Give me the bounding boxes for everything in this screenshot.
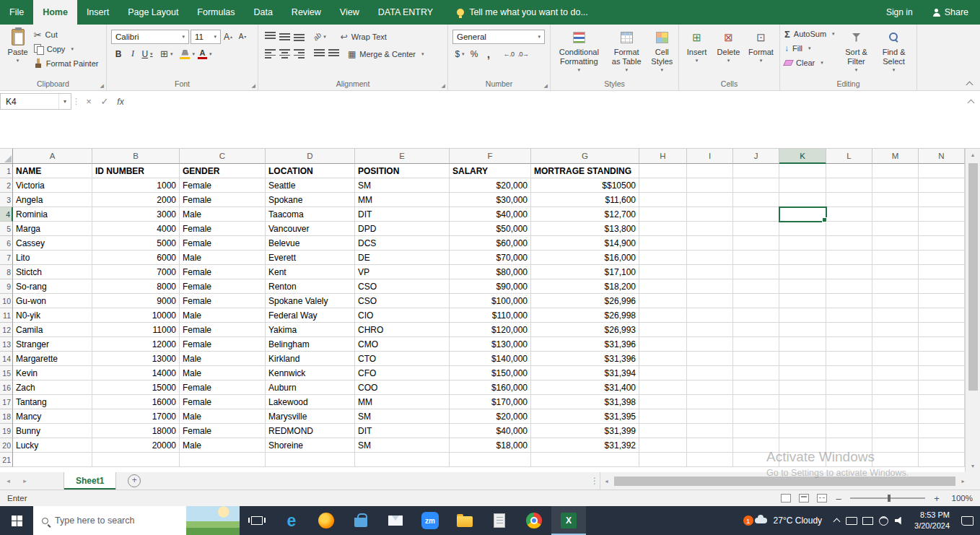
cell-A13[interactable]: Stranger: [13, 337, 92, 352]
cell-B11[interactable]: 10000: [92, 308, 180, 323]
cell-A1[interactable]: NAME: [13, 164, 92, 178]
cell-B10[interactable]: 9000: [92, 294, 180, 308]
alignment-dialog-launcher[interactable]: [442, 83, 445, 88]
cell-A7[interactable]: Lito: [13, 251, 92, 265]
network-icon[interactable]: [875, 506, 891, 535]
horizontal-scrollbar[interactable]: [600, 472, 969, 490]
cell-D2[interactable]: Seattle: [266, 178, 355, 193]
cell-D17[interactable]: Lakewood: [266, 395, 355, 409]
cell-M17[interactable]: [872, 395, 919, 409]
cell-F11[interactable]: $110,000: [450, 308, 531, 323]
share-button[interactable]: Share: [933, 7, 968, 17]
cell-I19[interactable]: [687, 424, 733, 438]
cell-K21[interactable]: [779, 453, 826, 467]
page-break-view-button[interactable]: [817, 494, 827, 503]
cell-G11[interactable]: $26,998: [531, 308, 639, 323]
cell-C10[interactable]: Female: [180, 294, 266, 308]
cell-I4[interactable]: [687, 207, 733, 222]
ribbon-tab-data-entry[interactable]: DATA ENTRY: [369, 0, 442, 25]
cell-J1[interactable]: [733, 164, 779, 178]
cell-N8[interactable]: [919, 265, 965, 279]
cell-B15[interactable]: 14000: [92, 366, 180, 380]
cell-H12[interactable]: [639, 323, 687, 337]
taskbar-search[interactable]: Type here to search: [33, 506, 240, 535]
cell-N7[interactable]: [919, 251, 965, 265]
cell-A17[interactable]: Tantang: [13, 395, 92, 409]
column-header-D[interactable]: D: [266, 149, 355, 164]
bold-button[interactable]: B: [111, 47, 126, 61]
cell-M5[interactable]: [872, 222, 919, 236]
cell-A6[interactable]: Cassey: [13, 236, 92, 251]
cell-L14[interactable]: [826, 352, 872, 366]
enter-button[interactable]: ✓: [97, 93, 113, 110]
cell-B8[interactable]: 7000: [92, 265, 180, 279]
cell-F7[interactable]: $70,000: [450, 251, 531, 265]
cell-N5[interactable]: [919, 222, 965, 236]
percent-style-button[interactable]: %: [467, 47, 481, 61]
cell-D16[interactable]: Auburn: [266, 380, 355, 395]
cell-M6[interactable]: [872, 236, 919, 251]
cell-E7[interactable]: DE: [355, 251, 450, 265]
fill-color-button[interactable]: [178, 47, 196, 61]
cell-A11[interactable]: N0-yik: [13, 308, 92, 323]
row-header-9[interactable]: 9: [0, 279, 13, 294]
zoom-in-button[interactable]: [933, 493, 940, 504]
cell-M13[interactable]: [872, 337, 919, 352]
cell-E6[interactable]: DCS: [355, 236, 450, 251]
cell-N17[interactable]: [919, 395, 965, 409]
cell-D4[interactable]: Taacoma: [266, 207, 355, 222]
comma-style-button[interactable]: ,: [481, 47, 496, 61]
cell-C14[interactable]: Male: [180, 352, 266, 366]
cell-G7[interactable]: $16,000: [531, 251, 639, 265]
cell-K6[interactable]: [779, 236, 826, 251]
taskbar-clock[interactable]: 8:53 PM 3/20/2024: [907, 510, 957, 531]
cell-K2[interactable]: [779, 178, 826, 193]
cell-L20[interactable]: [826, 438, 872, 453]
new-sheet-button[interactable]: [123, 472, 145, 490]
cell-I15[interactable]: [687, 366, 733, 380]
select-all-button[interactable]: [0, 149, 13, 164]
cell-F9[interactable]: $90,000: [450, 279, 531, 294]
cell-L17[interactable]: [826, 395, 872, 409]
next-sheet-button[interactable]: [17, 472, 33, 490]
cell-H6[interactable]: [639, 236, 687, 251]
cell-E1[interactable]: POSITION: [355, 164, 450, 178]
cell-K3[interactable]: [779, 193, 826, 207]
cell-D19[interactable]: REDMOND: [266, 424, 355, 438]
cell-N11[interactable]: [919, 308, 965, 323]
cell-L10[interactable]: [826, 294, 872, 308]
copy-button[interactable]: Copy: [31, 42, 102, 56]
row-header-3[interactable]: 3: [0, 193, 13, 207]
cell-A16[interactable]: Zach: [13, 380, 92, 395]
collapse-ribbon-button[interactable]: [964, 79, 974, 88]
cell-N15[interactable]: [919, 366, 965, 380]
cell-N18[interactable]: [919, 409, 965, 424]
cell-G21[interactable]: [531, 453, 639, 467]
ribbon-tab-home[interactable]: Home: [33, 0, 77, 25]
chrome-app-button[interactable]: [517, 506, 551, 535]
decrease-indent-button[interactable]: [312, 47, 326, 61]
cell-B9[interactable]: 8000: [92, 279, 180, 294]
row-header-18[interactable]: 18: [0, 409, 13, 424]
zoom-level[interactable]: 100%: [948, 494, 973, 503]
cell-I13[interactable]: [687, 337, 733, 352]
cell-K13[interactable]: [779, 337, 826, 352]
top-align-button[interactable]: [263, 30, 277, 44]
cell-A14[interactable]: Margarette: [13, 352, 92, 366]
cell-E19[interactable]: DIT: [355, 424, 450, 438]
increase-indent-button[interactable]: [326, 47, 341, 61]
cell-B14[interactable]: 13000: [92, 352, 180, 366]
cell-C20[interactable]: Male: [180, 438, 266, 453]
cell-A18[interactable]: Mancy: [13, 409, 92, 424]
font-color-button[interactable]: A: [196, 47, 214, 61]
cell-E8[interactable]: VP: [355, 265, 450, 279]
ribbon-tab-view[interactable]: View: [331, 0, 369, 25]
cell-G20[interactable]: $31,392: [531, 438, 639, 453]
cell-L4[interactable]: [826, 207, 872, 222]
wrap-text-button[interactable]: ↩ Wrap Text: [338, 30, 390, 44]
cell-M21[interactable]: [872, 453, 919, 467]
cell-E21[interactable]: [355, 453, 450, 467]
scroll-down-button[interactable]: [966, 460, 980, 472]
cell-I6[interactable]: [687, 236, 733, 251]
cell-N9[interactable]: [919, 279, 965, 294]
